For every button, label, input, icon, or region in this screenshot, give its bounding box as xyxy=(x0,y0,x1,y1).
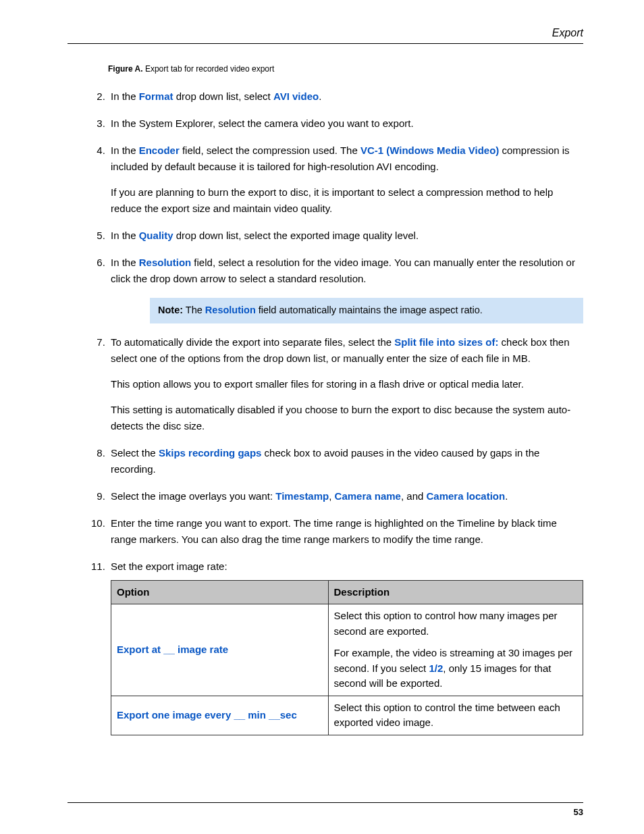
page-footer: 53 xyxy=(68,802,583,817)
table-row: Export at __ image rate Select this opti… xyxy=(111,604,583,696)
col-option: Option xyxy=(111,580,329,604)
step-7-p2: This option allows you to export smaller… xyxy=(111,376,583,392)
step-11-lead: Set the export image rate: xyxy=(111,561,227,572)
page-number: 53 xyxy=(574,807,583,817)
step-7-p3: This setting is automatically disabled i… xyxy=(111,402,583,434)
figure-label: Figure A. xyxy=(108,64,143,74)
split-file-term: Split file into sizes of: xyxy=(394,336,498,348)
step-9: Select the image overlays you want: Time… xyxy=(108,488,583,504)
step-8: Select the Skips recording gaps check bo… xyxy=(108,445,583,477)
one-half-term: 1/2 xyxy=(429,662,443,674)
step-2: In the Format drop down list, select AVI… xyxy=(108,88,583,105)
camera-name-term: Camera name xyxy=(335,490,401,502)
skips-gaps-term: Skips recording gaps xyxy=(159,447,262,459)
export-at-rate-desc: Select this option to control how many i… xyxy=(328,604,583,696)
col-description: Description xyxy=(328,580,583,604)
table-header-row: Option Description xyxy=(111,580,583,604)
timestamp-term: Timestamp xyxy=(275,490,329,502)
export-at-rate-option: Export at __ image rate xyxy=(117,644,228,655)
figure-text: Export tab for recorded video export xyxy=(143,64,275,74)
export-one-image-option: Export one image every __ min __sec xyxy=(117,709,297,721)
resolution-term: Resolution xyxy=(139,257,192,268)
note-label: Note: xyxy=(158,305,183,315)
export-one-image-desc: Select this option to control the time b… xyxy=(328,696,583,735)
encoder-term: Encoder xyxy=(139,145,180,156)
steps-list: In the Format drop down list, select AVI… xyxy=(68,88,583,735)
step-4-note: If you are planning to burn the export t… xyxy=(111,184,583,217)
step-3: In the System Explorer, select the camer… xyxy=(108,115,583,132)
quality-term: Quality xyxy=(139,230,173,241)
vc1-term: VC-1 (Windows Media Video) xyxy=(360,145,499,156)
step-11: Set the export image rate: Option Descri… xyxy=(108,558,583,735)
step-5: In the Quality drop down list, select th… xyxy=(108,228,583,244)
camera-location-term: Camera location xyxy=(426,490,505,502)
section-header: Export xyxy=(68,27,583,44)
document-page: Export Figure A. Export tab for recorded… xyxy=(0,0,644,834)
figure-caption: Figure A. Export tab for recorded video … xyxy=(108,64,583,74)
image-rate-table: Option Description Export at __ image ra… xyxy=(111,580,583,735)
step-7: To automatically divide the export into … xyxy=(108,334,583,434)
step-10: Enter the time range you want to export.… xyxy=(108,515,583,548)
format-term: Format xyxy=(139,90,173,102)
step-4: In the Encoder field, select the compres… xyxy=(108,142,583,217)
avi-video-term: AVI video xyxy=(273,90,319,102)
table-row: Export one image every __ min __sec Sele… xyxy=(111,696,583,735)
step-6: In the Resolution field, select a resolu… xyxy=(108,255,583,323)
resolution-note-term: Resolution xyxy=(205,305,256,315)
note-box: Note: The Resolution field automatically… xyxy=(150,298,583,323)
